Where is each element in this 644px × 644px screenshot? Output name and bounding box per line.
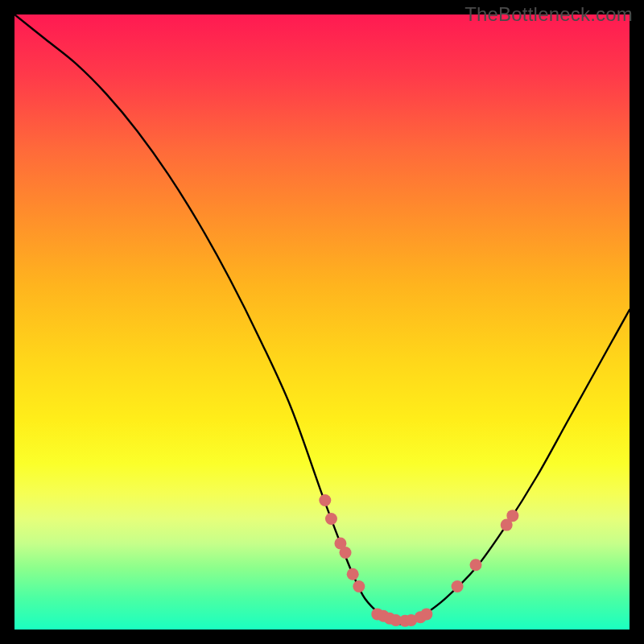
sample-point bbox=[319, 494, 331, 506]
sample-point bbox=[340, 547, 352, 559]
bottleneck-curve bbox=[14, 14, 630, 624]
chart-stage: TheBottleneck.com bbox=[0, 0, 644, 644]
watermark-text: TheBottleneck.com bbox=[464, 3, 633, 26]
sample-point bbox=[506, 510, 518, 522]
sample-point bbox=[347, 568, 359, 580]
sample-point bbox=[452, 580, 464, 592]
plot-area bbox=[14, 14, 630, 630]
sample-point bbox=[420, 608, 432, 620]
chart-svg bbox=[14, 14, 630, 630]
sample-points-group bbox=[319, 494, 518, 627]
sample-point bbox=[470, 559, 482, 571]
sample-point bbox=[353, 580, 365, 592]
sample-point bbox=[325, 513, 337, 525]
